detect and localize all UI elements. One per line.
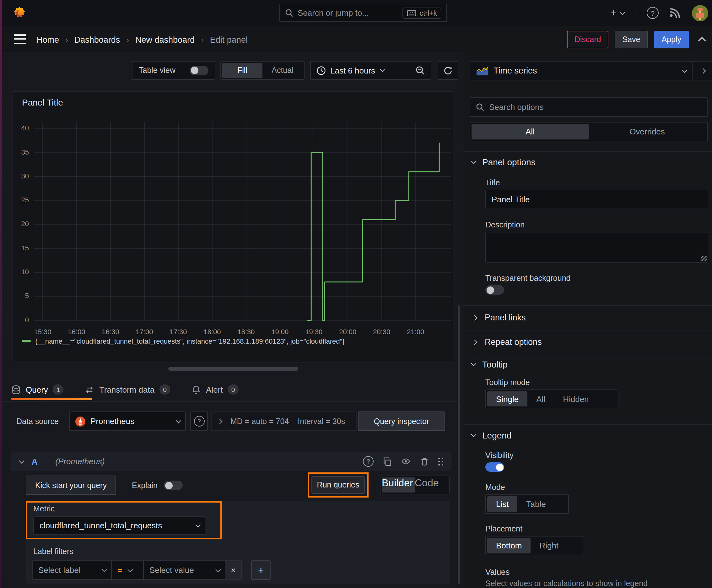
panel-options-section-header[interactable]: Panel options (471, 157, 536, 167)
repeat-options-label: Repeat options (485, 337, 542, 347)
remove-filter-button[interactable]: × (225, 561, 241, 579)
topbar-divider (635, 6, 635, 20)
operator-dropdown[interactable]: = (112, 561, 144, 579)
select-value-dropdown[interactable]: Select value (144, 561, 225, 579)
datasource-picker[interactable]: Prometheus (69, 412, 186, 431)
duplicate-query-icon[interactable] (383, 457, 392, 466)
news-button[interactable] (670, 7, 681, 18)
time-range-picker: Last 6 hours (310, 61, 431, 80)
query-help-icon[interactable]: ? (363, 456, 373, 467)
run-queries-button[interactable]: Run queries (311, 476, 365, 494)
scrollbar-thumb[interactable] (458, 305, 459, 584)
time-series-chart[interactable]: 15:3016:0016:3017:0017:3018:0018:3019:00… (13, 92, 453, 362)
add-filter-button[interactable]: + (251, 560, 271, 580)
breadcrumb-new-dashboard[interactable]: New dashboard (135, 35, 195, 44)
query-row-header[interactable]: A (Prometheus) ? (11, 452, 451, 471)
tab-all[interactable]: All (472, 124, 589, 140)
transparent-bg-label: Transparent background (486, 274, 570, 283)
collapse-header-icon[interactable] (698, 37, 706, 44)
active-tab-indicator (11, 398, 92, 400)
legend-mode-list[interactable]: List (487, 496, 517, 512)
legend-title: Legend (482, 430, 511, 440)
menu-toggle-button[interactable] (14, 34, 26, 44)
actual-option[interactable]: Actual (262, 63, 303, 78)
save-button[interactable]: Save (615, 31, 648, 48)
visualization-name: Time series (494, 66, 676, 76)
svg-text:20:30: 20:30 (373, 328, 390, 336)
panel-title-input[interactable] (486, 190, 708, 209)
apply-button[interactable]: Apply (654, 31, 689, 48)
legend-section-header[interactable]: Legend (471, 430, 511, 440)
hide-query-icon[interactable] (401, 457, 411, 466)
tab-query[interactable]: Query 1 (11, 384, 64, 395)
tooltip-all-option[interactable]: All (527, 391, 554, 406)
discard-button[interactable]: Discard (567, 31, 609, 48)
help-button[interactable]: ? (647, 7, 659, 19)
metric-select[interactable]: cloudflared_tunnel_total_requests (33, 517, 205, 534)
kick-start-query-button[interactable]: Kick start your query (26, 476, 116, 495)
series-color-swatch[interactable] (22, 340, 31, 342)
select-label-dropdown[interactable]: Select label (33, 561, 112, 579)
refresh-icon (443, 66, 453, 75)
legend-visibility-toggle[interactable] (486, 462, 504, 472)
grafana-logo-icon[interactable] (12, 6, 27, 21)
builder-option[interactable]: Builder (382, 478, 415, 492)
drag-query-handle[interactable] (438, 458, 443, 465)
refresh-button[interactable] (438, 61, 458, 80)
visibility-label: Visibility (486, 451, 514, 460)
time-range-button[interactable]: Last 6 hours (311, 62, 409, 79)
divider (463, 354, 712, 354)
open-viz-list-button[interactable] (692, 62, 712, 80)
panel-links-section[interactable]: Panel links (473, 311, 526, 324)
tab-transform-data[interactable]: Transform data 0 (85, 384, 170, 395)
breadcrumb-separator: › (201, 35, 204, 44)
table-view-toggle[interactable] (190, 66, 209, 75)
tooltip-section-header[interactable]: Tooltip (471, 359, 508, 370)
chart-legend: {__name__="cloudflared_tunnel_total_requ… (22, 337, 345, 345)
fill-option[interactable]: Fill (222, 63, 262, 78)
panel-description-input[interactable] (486, 232, 708, 262)
tab-alert[interactable]: Alert 0 (192, 384, 238, 395)
global-search-input[interactable]: Search or jump to... ctrl+k (279, 4, 447, 22)
svg-text:18:00: 18:00 (203, 328, 221, 336)
transparent-bg-toggle[interactable] (486, 285, 504, 295)
svg-text:17:00: 17:00 (136, 328, 153, 336)
query-options-strip[interactable]: MD = auto = 704 Interval = 30s (211, 412, 357, 431)
legend-placement-bottom[interactable]: Bottom (487, 538, 531, 553)
query-inspector-button[interactable]: Query inspector (358, 412, 445, 431)
zoom-out-icon (415, 66, 425, 75)
zoom-out-time-button[interactable] (409, 62, 431, 79)
transform-icon (85, 385, 94, 394)
breadcrumb-dashboards[interactable]: Dashboards (74, 35, 120, 44)
chevron-down-icon (471, 361, 476, 366)
visualization-select[interactable]: Time series (470, 62, 692, 80)
tab-overrides[interactable]: Overrides (589, 124, 706, 140)
series-label[interactable]: {__name__="cloudflared_tunnel_total_requ… (35, 337, 345, 345)
metric-value: cloudflared_tunnel_total_requests (40, 521, 190, 530)
resize-handle-icon[interactable] (701, 256, 707, 261)
options-search-input[interactable]: Search options (470, 97, 708, 117)
breadcrumb-home[interactable]: Home (37, 35, 59, 44)
panel-resize-handle[interactable] (168, 367, 298, 371)
legend-placement-right[interactable]: Right (531, 538, 567, 553)
datasource-help-button[interactable]: ? (190, 412, 208, 431)
repeat-options-section[interactable]: Repeat options (473, 335, 542, 349)
legend-placement-group: Bottom Right (486, 536, 583, 555)
code-option[interactable]: Code (415, 478, 448, 492)
explain-toggle[interactable] (164, 481, 183, 490)
add-menu-button[interactable]: + (610, 6, 624, 19)
chevron-down-icon (380, 67, 385, 72)
tab-alert-label: Alert (206, 385, 222, 394)
description-textarea-wrap (486, 232, 708, 262)
delete-query-icon[interactable] (420, 457, 429, 466)
tooltip-hidden-option[interactable]: Hidden (554, 391, 598, 406)
legend-mode-table[interactable]: Table (517, 496, 555, 512)
tooltip-single-option[interactable]: Single (487, 391, 527, 406)
user-avatar[interactable] (692, 5, 708, 21)
select-value-placeholder: Select value (149, 565, 210, 575)
interval-stat: Interval = 30s (298, 417, 345, 426)
window-edge-strip (0, 0, 2, 588)
collapse-query-icon[interactable] (19, 458, 24, 463)
chevron-right-icon (472, 339, 477, 345)
builder-code-switch: Builder Code (380, 476, 450, 495)
